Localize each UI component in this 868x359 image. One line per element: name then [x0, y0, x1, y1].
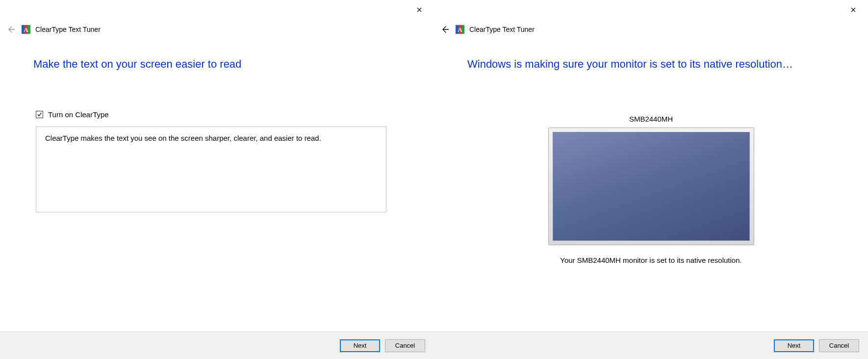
- wizard-footer: Next Cancel: [0, 332, 434, 359]
- cancel-button[interactable]: Cancel: [819, 339, 859, 352]
- page-heading: Windows is making sure your monitor is s…: [467, 58, 793, 71]
- page-heading: Make the text on your screen easier to r…: [33, 58, 241, 71]
- checkbox-label: Turn on ClearType: [48, 110, 109, 119]
- next-button[interactable]: Next: [340, 339, 380, 352]
- app-icon: A: [456, 25, 464, 34]
- wizard-footer: Next Cancel: [434, 332, 868, 359]
- back-button[interactable]: [439, 24, 451, 35]
- monitor-name: SMB2440MH: [434, 115, 868, 123]
- app-icon: A: [22, 25, 30, 34]
- back-button: [5, 24, 17, 35]
- app-title: ClearType Text Tuner: [35, 26, 101, 33]
- close-button[interactable]: [845, 4, 861, 16]
- monitor-graphic: [548, 128, 754, 245]
- wizard-page-2: A ClearType Text Tuner Windows is making…: [434, 0, 868, 359]
- cancel-button[interactable]: Cancel: [385, 339, 425, 352]
- checkbox-box: [36, 111, 43, 118]
- svg-text:A: A: [458, 26, 462, 33]
- svg-text:A: A: [24, 26, 28, 33]
- wizard-page-1: A ClearType Text Tuner Make the text on …: [0, 0, 434, 359]
- close-button[interactable]: [411, 4, 427, 16]
- app-title: ClearType Text Tuner: [469, 26, 535, 33]
- monitor-status: Your SMB2440MH monitor is set to its nat…: [434, 256, 868, 264]
- turn-on-cleartype-checkbox[interactable]: Turn on ClearType: [36, 110, 109, 119]
- description-box: ClearType makes the text you see on the …: [36, 127, 386, 212]
- next-button[interactable]: Next: [774, 339, 814, 352]
